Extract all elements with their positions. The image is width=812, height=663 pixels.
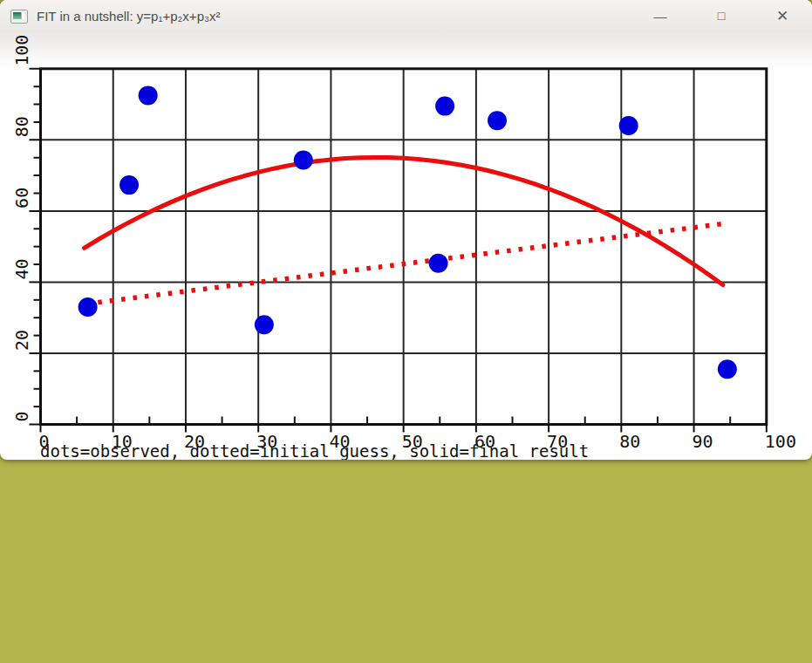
app-window-icon: [10, 10, 28, 24]
initial-guess-line: [86, 224, 723, 304]
data-point: [429, 254, 448, 273]
x-tick-label: 90: [693, 431, 713, 452]
x-tick-label: 80: [619, 431, 640, 452]
close-button[interactable]: ✕: [769, 0, 795, 32]
maximize-button[interactable]: □: [708, 0, 734, 32]
fit-plot-window-titlebar[interactable]: FIT in a nutshell: y=p₁+p₂x+p₃x²: [0, 0, 812, 32]
data-point: [488, 111, 507, 130]
y-tick-label: 0: [11, 411, 32, 421]
y-tick-label: 80: [11, 116, 32, 137]
fit-plot: 0102030405060708090100020406080100dots=o…: [0, 32, 812, 460]
data-point: [119, 175, 139, 195]
fit-plot-window-title: FIT in a nutshell: y=p₁+p₂x+p₃x²: [37, 9, 221, 24]
y-tick-label: 40: [11, 258, 32, 279]
data-point: [139, 85, 158, 105]
plot-caption: dots=observed, dotted=initial guess, sol…: [40, 441, 589, 460]
data-point: [255, 315, 274, 334]
desktop: { "window1": { "title": "Residual = 25.4…: [0, 0, 812, 663]
data-point: [294, 151, 313, 170]
minimize-button[interactable]: —: [647, 0, 673, 32]
x-tick-label: 100: [765, 431, 796, 452]
data-point: [435, 97, 454, 116]
data-point: [718, 359, 737, 379]
data-point: [78, 297, 98, 317]
fit-plot-window: FIT in a nutshell: y=p₁+p₂x+p₃x² — □ ✕ 0…: [0, 0, 812, 460]
y-tick-label: 60: [11, 188, 32, 208]
y-tick-label: 100: [11, 35, 32, 66]
y-tick-label: 20: [11, 330, 32, 351]
data-point: [619, 116, 638, 135]
